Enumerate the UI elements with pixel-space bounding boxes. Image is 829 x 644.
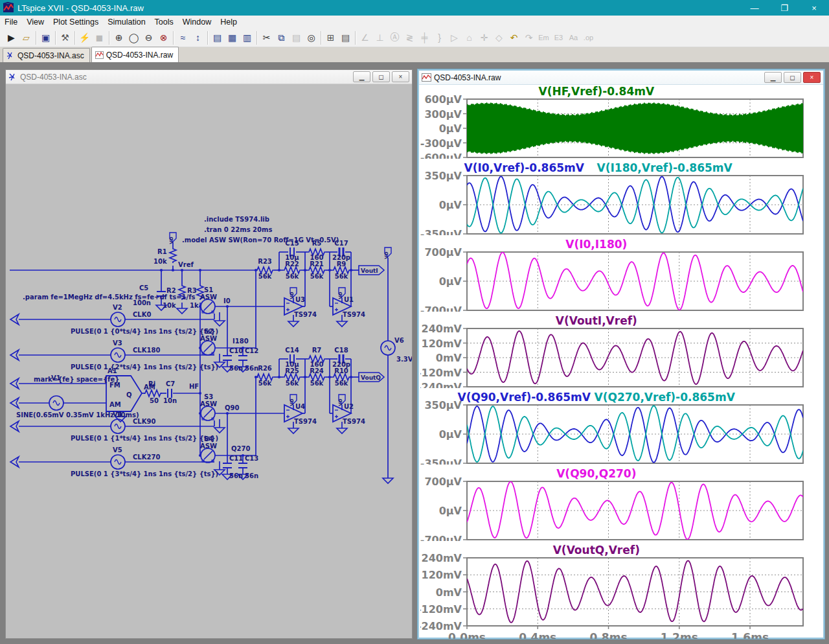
y-axis-label: 0mV	[436, 586, 462, 599]
schematic-drawing: .include TS974.lib.tran 0 22ms 20ms.mode…	[6, 84, 412, 638]
pane-i-diff: V(I0,I180)700µV0µV-700µV	[420, 238, 819, 312]
y-axis-label: 120mV	[422, 569, 462, 581]
tab-qsd-4053-ina.asc[interactable]: QSD-4053-INA.asc	[3, 48, 90, 62]
find-icon[interactable]: ◎	[304, 30, 319, 45]
trace-title[interactable]: V(HF,Vref)-0.84mV	[539, 85, 655, 98]
pane-i0-i180: V(I0,Vref)-0.865mVV(I180,Vref)-0.865mV35…	[420, 161, 819, 235]
menu-item-simulation[interactable]: Simulation	[103, 17, 150, 27]
print-icon[interactable]: ▤	[338, 30, 353, 45]
copy-icon[interactable]: ⧉	[274, 30, 289, 45]
schematic-label: V5	[113, 446, 122, 454]
zoom-in-icon[interactable]: ⊕	[111, 30, 126, 45]
schematic-label: R23	[258, 258, 272, 265]
waveform-doc-icon	[422, 73, 431, 82]
menu-item-view[interactable]: View	[22, 17, 49, 27]
app-title: LTspice XVII - QSD-4053-INA.raw	[17, 3, 144, 13]
schematic-label: 3.3V	[396, 356, 412, 363]
schematic-restore-button[interactable]: ◻	[372, 71, 390, 82]
undo-icon[interactable]: ↶	[506, 30, 521, 45]
schematic-label: C13	[245, 455, 258, 462]
run-icon[interactable]: ▶	[4, 30, 19, 45]
schematic-label: Q270	[231, 445, 250, 452]
toolbar-separator	[109, 31, 109, 45]
y-axis-label: 0µV	[439, 505, 462, 517]
waveform-close-button[interactable]: ×	[803, 72, 821, 83]
tile-vertical-icon[interactable]: ▥	[240, 30, 255, 45]
waveform-window-title: QSD-4053-INA.raw	[434, 73, 501, 82]
y-axis-label: 350µV	[424, 399, 462, 411]
schematic-label: TS974	[343, 418, 365, 425]
app-titlebar: LTspice XVII - QSD-4053-INA.raw —❐×	[0, 0, 829, 16]
open-icon[interactable]: ▱	[19, 30, 34, 45]
toolbar-separator	[36, 31, 36, 45]
schematic-label: R3	[187, 287, 197, 294]
x-axis-label: 1.2ms	[661, 631, 698, 644]
tile-horizontal-icon[interactable]: ▤	[210, 30, 225, 45]
pan-plot-icon[interactable]: ↕	[190, 30, 205, 45]
print-preview-icon[interactable]: ⊞	[323, 30, 338, 45]
trace-title[interactable]: V(VoutI,Vref)	[556, 314, 637, 327]
trace-title[interactable]: V(I180,Vref)-0.865mV	[597, 161, 733, 174]
schematic-label: CLK270	[133, 454, 160, 461]
schematic-canvas[interactable]: .include TS974.lib.tran 0 22ms 20ms.mode…	[6, 84, 412, 638]
tab-qsd-4053-ina.raw[interactable]: QSD-4053-INA.raw	[91, 47, 179, 62]
schematic-label: U4	[295, 403, 305, 410]
trace-title[interactable]: V(Q270,Vref)-0.865mV	[595, 391, 736, 404]
menu-item-file[interactable]: File	[0, 17, 22, 27]
menu-item-window[interactable]: Window	[178, 17, 216, 27]
rotate-icon: E3	[551, 30, 566, 45]
app-logo-icon	[3, 2, 14, 14]
toolbar-separator	[321, 31, 321, 45]
schematic-label: Ri	[148, 380, 155, 387]
schematic-label: 56k	[310, 380, 324, 387]
zoom-area-icon[interactable]: ◯	[126, 30, 141, 45]
app-restore-button[interactable]: ❐	[769, 0, 799, 16]
menu-item-help[interactable]: Help	[216, 17, 242, 27]
trace-title[interactable]: V(Q90,Vref)-0.865mV	[458, 391, 591, 404]
menu-item-plot-settings[interactable]: Plot Settings	[49, 17, 103, 27]
zoom-full-icon[interactable]: ⊗	[156, 30, 171, 45]
x-axis-label: 0.4ms	[519, 631, 556, 644]
app-close-button[interactable]: ×	[799, 0, 829, 16]
toolbar-separator	[74, 31, 75, 45]
schematic-minimize-button[interactable]: ▁	[353, 71, 370, 82]
trace-title[interactable]: V(Q90,Q270)	[556, 467, 636, 480]
schematic-label: ASW	[200, 335, 217, 342]
trace-title[interactable]: V(I0,I180)	[565, 238, 627, 251]
schematic-label: ASW	[200, 443, 217, 450]
schematic-label: 56k	[335, 380, 348, 387]
menu-item-tools[interactable]: Tools	[150, 17, 178, 27]
waveform-minimize-button[interactable]: ▁	[764, 72, 782, 83]
app-minimize-button[interactable]: —	[740, 0, 769, 16]
schematic-label: S4	[204, 435, 213, 443]
cut-icon[interactable]: ✂	[259, 30, 274, 45]
save-icon[interactable]: ▣	[38, 30, 53, 45]
trace-title[interactable]: V(I0,Vref)-0.865mV	[464, 161, 584, 174]
waveform-window-titlebar[interactable]: QSD-4053-INA.raw ▁ ◻ ×	[419, 71, 823, 85]
tab-bar: QSD-4053-INA.ascQSD-4053-INA.raw	[0, 47, 829, 62]
schematic-label: .param fe=1MegHz df=4.5kHz fs=fe+df ts=1…	[23, 293, 195, 301]
autorange-icon[interactable]: ≈	[176, 30, 190, 45]
schematic-label: 56k	[258, 273, 272, 280]
schematic-label: V2	[113, 304, 122, 311]
trace-title[interactable]: V(VoutQ,Vref)	[553, 544, 640, 557]
mirror-icon: Em	[536, 30, 551, 45]
x-axis-label: 0.8ms	[590, 631, 628, 644]
schematic-label: TS974	[294, 418, 317, 425]
paste-icon: ▤	[289, 30, 304, 45]
diode-icon: ▷	[447, 30, 462, 45]
schematic-label: .tran 0 22ms 20ms	[204, 226, 272, 233]
y-axis-label: 0µV	[439, 199, 462, 211]
schematic-close-button[interactable]: ×	[392, 71, 409, 82]
schematic-window-titlebar[interactable]: QSD-4053-INA.asc ▁ ◻ ×	[6, 70, 412, 84]
menu-bar: FileViewPlot SettingsSimulationToolsWind…	[0, 16, 829, 29]
x-axis-label: 1.6ms	[731, 631, 769, 644]
zoom-out-icon[interactable]: ⊖	[141, 30, 156, 45]
schematic-label: R9	[337, 260, 346, 268]
y-axis-label: -700µV	[420, 305, 462, 312]
waveform-restore-button[interactable]: ◻	[784, 72, 801, 83]
y-axis-label: 700µV	[424, 246, 462, 259]
cascade-windows-icon[interactable]: ▦	[225, 30, 240, 45]
control-panel-icon[interactable]: ⚒	[58, 30, 73, 45]
run-simulation-icon[interactable]: ⚡	[77, 30, 92, 45]
